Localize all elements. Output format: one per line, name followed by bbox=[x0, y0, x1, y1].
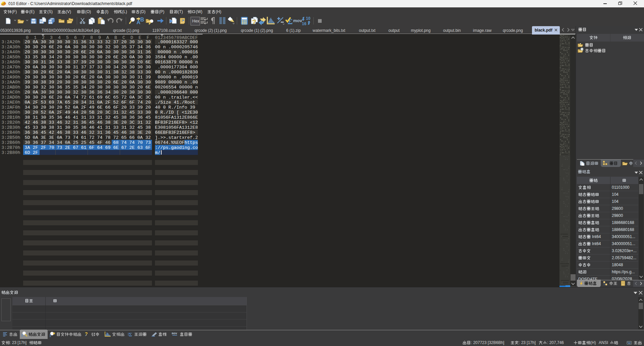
svg-text:mov: mov bbox=[172, 332, 177, 335]
svg-text:Σ: Σ bbox=[129, 332, 132, 337]
svg-text:B: B bbox=[140, 17, 144, 22]
svg-text:16: 16 bbox=[302, 21, 307, 25]
svg-text:?: ? bbox=[252, 18, 256, 25]
svg-text:10: 10 bbox=[306, 16, 311, 21]
